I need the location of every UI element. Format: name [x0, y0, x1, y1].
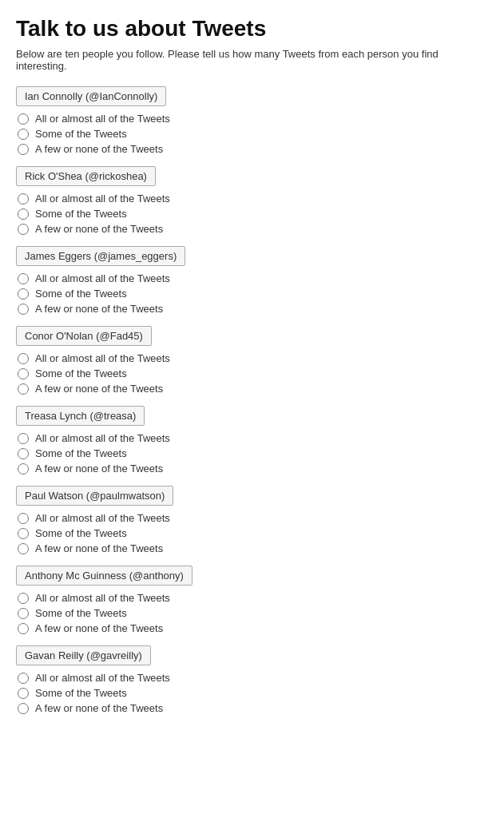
- radio-option-4-2: Some of the Tweets: [18, 367, 488, 379]
- radio-label-1-1[interactable]: All or almost all of the Tweets: [35, 113, 170, 125]
- radio-input-8-2[interactable]: [18, 688, 29, 699]
- radio-label-2-1[interactable]: All or almost all of the Tweets: [35, 193, 170, 204]
- radio-label-4-3[interactable]: A few or none of the Tweets: [35, 383, 163, 395]
- radio-label-7-1[interactable]: All or almost all of the Tweets: [35, 592, 170, 604]
- radio-option-5-3: A few or none of the Tweets: [18, 463, 488, 475]
- radio-option-4-1: All or almost all of the Tweets: [18, 352, 488, 364]
- radio-label-6-3[interactable]: A few or none of the Tweets: [35, 542, 163, 554]
- person-block-2: Rick O'Shea (@rickoshea)All or almost al…: [16, 166, 488, 235]
- radio-label-2-2[interactable]: Some of the Tweets: [35, 208, 127, 220]
- radio-option-5-2: Some of the Tweets: [18, 447, 488, 459]
- radio-input-5-1[interactable]: [18, 433, 29, 444]
- radio-option-1-2: Some of the Tweets: [18, 128, 488, 140]
- radio-option-3-2: Some of the Tweets: [18, 288, 488, 300]
- radio-group-1: All or almost all of the TweetsSome of t…: [16, 113, 488, 155]
- radio-label-5-3[interactable]: A few or none of the Tweets: [35, 463, 163, 475]
- radio-group-7: All or almost all of the TweetsSome of t…: [16, 592, 488, 634]
- radio-input-7-1[interactable]: [18, 593, 29, 604]
- person-label-1: Ian Connolly (@IanConnolly): [16, 86, 166, 106]
- radio-input-3-1[interactable]: [18, 273, 29, 284]
- survey-container: Ian Connolly (@IanConnolly)All or almost…: [16, 86, 488, 714]
- radio-label-7-2[interactable]: Some of the Tweets: [35, 607, 127, 619]
- person-label-8: Gavan Reilly (@gavreilly): [16, 645, 151, 665]
- radio-option-7-1: All or almost all of the Tweets: [18, 592, 488, 604]
- radio-option-8-3: A few or none of the Tweets: [18, 702, 488, 714]
- radio-label-8-1[interactable]: All or almost all of the Tweets: [35, 672, 170, 684]
- radio-option-6-1: All or almost all of the Tweets: [18, 512, 488, 524]
- person-label-2: Rick O'Shea (@rickoshea): [16, 166, 156, 186]
- page-title: Talk to us about Tweets: [16, 16, 488, 42]
- radio-label-5-1[interactable]: All or almost all of the Tweets: [35, 432, 170, 444]
- radio-option-7-2: Some of the Tweets: [18, 607, 488, 619]
- radio-option-2-1: All or almost all of the Tweets: [18, 193, 488, 204]
- radio-option-5-1: All or almost all of the Tweets: [18, 432, 488, 444]
- radio-option-3-3: A few or none of the Tweets: [18, 303, 488, 315]
- radio-input-2-1[interactable]: [18, 193, 29, 204]
- radio-option-8-2: Some of the Tweets: [18, 687, 488, 699]
- radio-group-2: All or almost all of the TweetsSome of t…: [16, 193, 488, 235]
- person-label-6: Paul Watson (@paulmwatson): [16, 486, 173, 506]
- radio-label-1-3[interactable]: A few or none of the Tweets: [35, 143, 163, 155]
- radio-label-2-3[interactable]: A few or none of the Tweets: [35, 223, 163, 235]
- person-label-3: James Eggers (@james_eggers): [16, 246, 185, 266]
- radio-group-6: All or almost all of the TweetsSome of t…: [16, 512, 488, 554]
- radio-group-8: All or almost all of the TweetsSome of t…: [16, 672, 488, 714]
- radio-input-5-2[interactable]: [18, 448, 29, 459]
- radio-input-5-3[interactable]: [18, 463, 29, 475]
- radio-input-1-3[interactable]: [18, 144, 29, 155]
- radio-input-4-3[interactable]: [18, 383, 29, 395]
- radio-group-5: All or almost all of the TweetsSome of t…: [16, 432, 488, 475]
- radio-label-8-2[interactable]: Some of the Tweets: [35, 687, 127, 699]
- person-block-6: Paul Watson (@paulmwatson)All or almost …: [16, 486, 488, 554]
- radio-input-6-1[interactable]: [18, 513, 29, 524]
- radio-input-8-1[interactable]: [18, 673, 29, 684]
- person-block-8: Gavan Reilly (@gavreilly)All or almost a…: [16, 645, 488, 714]
- radio-option-3-1: All or almost all of the Tweets: [18, 272, 488, 284]
- radio-option-6-2: Some of the Tweets: [18, 527, 488, 539]
- person-block-7: Anthony Mc Guinness (@anthony)All or alm…: [16, 566, 488, 634]
- radio-input-4-1[interactable]: [18, 353, 29, 364]
- radio-label-3-3[interactable]: A few or none of the Tweets: [35, 303, 163, 315]
- radio-option-7-3: A few or none of the Tweets: [18, 622, 488, 634]
- person-label-7: Anthony Mc Guinness (@anthony): [16, 566, 192, 586]
- radio-label-8-3[interactable]: A few or none of the Tweets: [35, 702, 163, 714]
- radio-option-2-3: A few or none of the Tweets: [18, 223, 488, 235]
- person-label-5: Treasa Lynch (@treasa): [16, 406, 145, 426]
- radio-option-6-3: A few or none of the Tweets: [18, 542, 488, 554]
- radio-label-6-1[interactable]: All or almost all of the Tweets: [35, 512, 170, 524]
- radio-option-2-2: Some of the Tweets: [18, 208, 488, 220]
- radio-label-5-2[interactable]: Some of the Tweets: [35, 447, 127, 459]
- radio-input-8-3[interactable]: [18, 703, 29, 714]
- radio-input-2-2[interactable]: [18, 208, 29, 220]
- page-subtitle: Below are ten people you follow. Please …: [16, 48, 488, 72]
- radio-option-1-3: A few or none of the Tweets: [18, 143, 488, 155]
- radio-group-3: All or almost all of the TweetsSome of t…: [16, 272, 488, 315]
- person-block-4: Conor O'Nolan (@Fad45)All or almost all …: [16, 326, 488, 395]
- radio-input-6-2[interactable]: [18, 528, 29, 539]
- radio-input-3-2[interactable]: [18, 288, 29, 300]
- radio-label-4-2[interactable]: Some of the Tweets: [35, 367, 127, 379]
- radio-label-3-2[interactable]: Some of the Tweets: [35, 288, 127, 300]
- radio-label-4-1[interactable]: All or almost all of the Tweets: [35, 352, 170, 364]
- person-block-3: James Eggers (@james_eggers)All or almos…: [16, 246, 488, 315]
- person-block-5: Treasa Lynch (@treasa)All or almost all …: [16, 406, 488, 475]
- radio-input-6-3[interactable]: [18, 543, 29, 554]
- radio-input-1-1[interactable]: [18, 113, 29, 125]
- person-label-4: Conor O'Nolan (@Fad45): [16, 326, 152, 346]
- radio-label-7-3[interactable]: A few or none of the Tweets: [35, 622, 163, 634]
- radio-input-7-3[interactable]: [18, 623, 29, 634]
- radio-label-3-1[interactable]: All or almost all of the Tweets: [35, 272, 170, 284]
- person-block-1: Ian Connolly (@IanConnolly)All or almost…: [16, 86, 488, 155]
- radio-label-6-2[interactable]: Some of the Tweets: [35, 527, 127, 539]
- radio-option-1-1: All or almost all of the Tweets: [18, 113, 488, 125]
- radio-input-3-3[interactable]: [18, 304, 29, 315]
- radio-input-7-2[interactable]: [18, 608, 29, 619]
- radio-input-1-2[interactable]: [18, 129, 29, 140]
- radio-input-4-2[interactable]: [18, 368, 29, 379]
- radio-input-2-3[interactable]: [18, 224, 29, 235]
- radio-group-4: All or almost all of the TweetsSome of t…: [16, 352, 488, 395]
- radio-option-4-3: A few or none of the Tweets: [18, 383, 488, 395]
- radio-label-1-2[interactable]: Some of the Tweets: [35, 128, 127, 140]
- radio-option-8-1: All or almost all of the Tweets: [18, 672, 488, 684]
